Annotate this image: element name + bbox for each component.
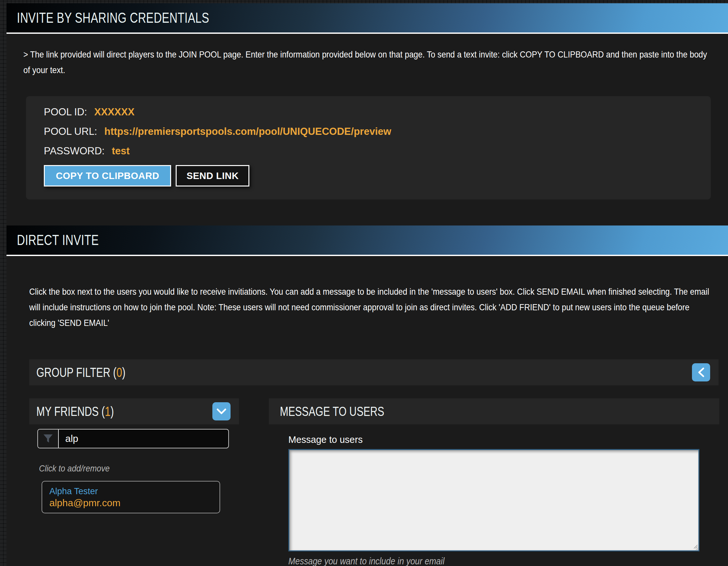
friend-name: Alpha Tester bbox=[49, 486, 220, 497]
group-filter-collapse-button[interactable] bbox=[692, 363, 710, 382]
message-helper: Message you want to include in your emai… bbox=[288, 556, 719, 566]
friend-filter-input[interactable] bbox=[59, 430, 228, 448]
pool-id-row: POOL ID: XXXXXX bbox=[44, 107, 693, 118]
message-textarea-wrap bbox=[288, 449, 699, 551]
group-filter-title: GROUP FILTER (0) bbox=[36, 365, 125, 380]
friends-and-message-columns: MY FRIENDS (1) bbox=[29, 398, 719, 566]
invite-section-header: INVITE BY SHARING CREDENTIALS bbox=[6, 3, 728, 34]
friend-email: alpha@pmr.com bbox=[49, 497, 220, 509]
page-background: { "invite_section": { "title": "INVITE B… bbox=[0, 0, 728, 566]
message-panel: MESSAGE TO USERS Message to users Messag… bbox=[269, 398, 719, 566]
group-filter-bar: GROUP FILTER (0) bbox=[29, 359, 719, 385]
group-filter-count: 0 bbox=[117, 365, 122, 380]
friends-dropdown-button[interactable] bbox=[212, 402, 231, 421]
invite-section-title: INVITE BY SHARING CREDENTIALS bbox=[17, 10, 209, 26]
copy-to-clipboard-button[interactable]: COPY TO CLIPBOARD bbox=[44, 165, 171, 186]
message-panel-title: MESSAGE TO USERS bbox=[280, 404, 384, 419]
pool-url-row: POOL URL: https://premiersportspools.com… bbox=[44, 126, 693, 137]
chevron-down-icon bbox=[216, 408, 227, 415]
direct-invite-description: Click the box next to the users you woul… bbox=[29, 284, 717, 331]
filter-funnel-icon bbox=[43, 434, 53, 444]
pool-id-label: POOL ID: bbox=[44, 107, 87, 118]
add-remove-hint: Click to add/remove bbox=[39, 463, 239, 474]
my-friends-label: MY FRIENDS ( bbox=[36, 404, 105, 419]
password-value: test bbox=[112, 145, 130, 157]
message-panel-bar: MESSAGE TO USERS bbox=[269, 398, 719, 424]
message-textarea[interactable] bbox=[288, 449, 699, 551]
my-friends-count: 1 bbox=[105, 404, 110, 419]
invite-section-body: > The link provided will direct players … bbox=[6, 34, 728, 225]
friend-filter-field bbox=[37, 429, 229, 448]
my-friends-title: MY FRIENDS (1) bbox=[36, 404, 114, 419]
group-filter-label-suffix: ) bbox=[122, 365, 125, 380]
chevron-left-icon bbox=[697, 367, 705, 378]
my-friends-bar: MY FRIENDS (1) bbox=[29, 398, 239, 424]
add-remove-hint-text: Click to add/remove bbox=[39, 463, 110, 474]
invite-description: > The link provided will direct players … bbox=[23, 47, 711, 78]
credentials-buttons-row: COPY TO CLIPBOARD SEND LINK bbox=[44, 165, 693, 186]
password-row: PASSWORD: test bbox=[44, 145, 693, 157]
direct-invite-section-title: DIRECT INVITE bbox=[17, 232, 99, 248]
pool-id-value: XXXXXX bbox=[94, 107, 134, 118]
send-link-button[interactable]: SEND LINK bbox=[176, 165, 249, 186]
pool-url-label: POOL URL: bbox=[44, 126, 97, 137]
direct-invite-section-body: Click the box next to the users you woul… bbox=[6, 256, 728, 566]
my-friends-label-suffix: ) bbox=[110, 404, 114, 419]
filter-funnel-segment bbox=[38, 430, 59, 448]
credentials-box: POOL ID: XXXXXX POOL URL: https://premie… bbox=[26, 96, 711, 199]
message-helper-text: Message you want to include in your emai… bbox=[288, 556, 445, 566]
my-friends-panel: MY FRIENDS (1) bbox=[29, 398, 239, 566]
password-label: PASSWORD: bbox=[44, 145, 105, 157]
friend-card[interactable]: Alpha Tester alpha@pmr.com bbox=[42, 481, 220, 513]
content-panel: INVITE BY SHARING CREDENTIALS > The link… bbox=[6, 3, 728, 566]
pool-url-value: https://premiersportspools.com/pool/UNIQ… bbox=[104, 126, 391, 137]
message-label: Message to users bbox=[288, 434, 719, 445]
group-filter-label: GROUP FILTER ( bbox=[36, 365, 117, 380]
direct-invite-section-header: DIRECT INVITE bbox=[6, 225, 728, 256]
